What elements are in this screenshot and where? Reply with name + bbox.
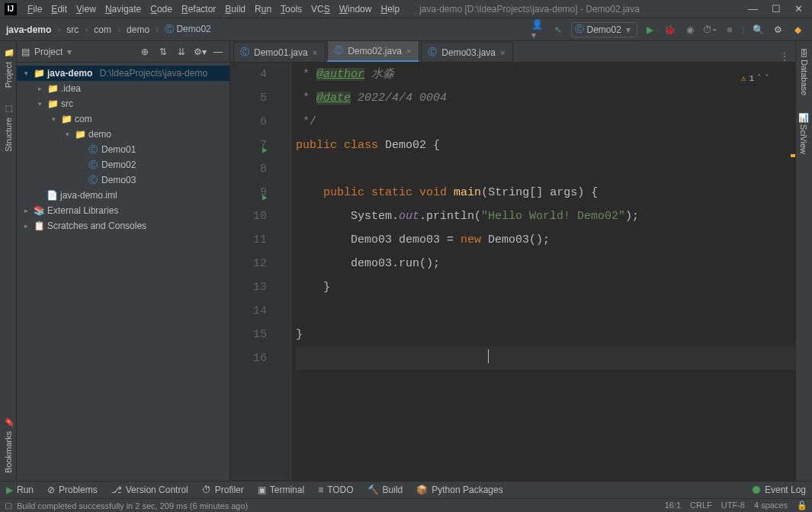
indent[interactable]: 4 spaces: [754, 501, 788, 510]
hide-tools-icon[interactable]: ▢: [5, 501, 12, 510]
class-icon: Ⓒ: [165, 24, 174, 34]
class-icon: Ⓒ: [575, 23, 584, 36]
user-icon[interactable]: 👤▾: [531, 23, 545, 37]
app-icon: IJ: [5, 3, 17, 15]
tool-project[interactable]: Project 📁: [2, 46, 14, 91]
close-tab-icon[interactable]: ×: [313, 48, 317, 57]
status-bar: ▢ Build completed successfully in 2 sec,…: [0, 498, 812, 512]
editor-tab-active[interactable]: Ⓒ Demo02.java×: [327, 40, 419, 62]
line-gutter: 4 5 6 7 8 9 10 11 12 13 14 15 16 ▶ ▶: [230, 63, 278, 481]
breadcrumb-item[interactable]: java-demo: [3, 23, 54, 37]
project-panel: ▤ Project ▾ ⊕ ⇅ ⇊ ⚙▾ — ▾📁 java-demo D:\I…: [17, 41, 230, 481]
tool-python[interactable]: 📦Python Packages: [416, 485, 502, 495]
close-tab-icon[interactable]: ×: [406, 47, 411, 56]
editor: Ⓒ Demo01.java× Ⓒ Demo02.java× Ⓒ Demo03.j…: [230, 41, 795, 481]
gear-icon[interactable]: ⚙▾: [193, 45, 207, 59]
run-gutter-icon[interactable]: ▶: [262, 186, 268, 210]
menu-edit[interactable]: Edit: [47, 2, 72, 16]
caret-position[interactable]: 16:1: [665, 501, 681, 510]
menu-vcs[interactable]: VCS: [307, 2, 335, 16]
class-icon: Ⓒ: [334, 44, 343, 57]
close-icon[interactable]: ✕: [794, 3, 803, 14]
tree-file[interactable]: ⒸDemo01: [17, 142, 229, 157]
back-arrow-icon[interactable]: ↖: [551, 23, 565, 37]
search-icon[interactable]: 🔍: [751, 23, 765, 37]
tree-com[interactable]: ▾📁com: [17, 111, 229, 127]
tree-scratches[interactable]: ▸📋Scratches and Consoles: [17, 218, 229, 233]
tree-ext-libs[interactable]: ▸📚External Libraries: [17, 203, 229, 218]
tree-file[interactable]: ⒸDemo03: [17, 172, 229, 188]
target-icon[interactable]: ⊕: [138, 45, 152, 59]
tree-idea[interactable]: ▸📁.idea: [17, 81, 229, 96]
chevron-down-icon[interactable]: ˅: [765, 67, 769, 91]
run-config-selector[interactable]: Ⓒ Demo02 ▾: [571, 22, 637, 37]
tool-sciview[interactable]: 📊 SciView: [798, 109, 810, 157]
breadcrumb-item[interactable]: Ⓒ Demo02: [162, 21, 214, 37]
profiler-icon[interactable]: ⏱▾: [703, 23, 717, 37]
maximize-icon[interactable]: ☐: [772, 3, 781, 14]
coverage-icon[interactable]: ◉: [683, 23, 697, 37]
readonly-icon[interactable]: 🔓: [797, 501, 807, 510]
tool-todo[interactable]: ≡TODO: [318, 485, 353, 495]
tree-demo-pkg[interactable]: ▾📁demo: [17, 127, 229, 142]
stop-icon[interactable]: ■: [723, 23, 737, 37]
inspection-badge[interactable]: ⚠ 1 ˄ ˅: [741, 67, 769, 91]
breadcrumb-item[interactable]: demo: [124, 23, 152, 37]
code-area[interactable]: 4 5 6 7 8 9 10 11 12 13 14 15 16 ▶ ▶ ⚠: [230, 63, 795, 481]
editor-tab[interactable]: Ⓒ Demo01.java×: [233, 42, 326, 62]
tree-file[interactable]: ⒸDemo02: [17, 157, 229, 172]
event-log[interactable]: Event Log: [765, 485, 806, 495]
run-icon[interactable]: ▶: [644, 23, 657, 37]
tool-run[interactable]: ▶Run: [6, 485, 34, 495]
collapse-icon[interactable]: ⇊: [175, 45, 188, 59]
editor-tab[interactable]: Ⓒ Demo03.java×: [421, 42, 513, 62]
text-cursor: [488, 349, 489, 363]
menu-help[interactable]: Help: [376, 2, 404, 16]
menu-code[interactable]: Code: [146, 2, 177, 16]
event-indicator-icon: [753, 486, 760, 494]
run-config-label: Demo02: [587, 24, 621, 35]
menu-tools[interactable]: Tools: [276, 2, 307, 16]
minimize-icon[interactable]: —: [748, 3, 758, 14]
encoding[interactable]: UTF-8: [721, 501, 745, 510]
tree-root[interactable]: ▾📁 java-demo D:\IdeaProjects\java-demo: [17, 66, 229, 81]
tree-iml[interactable]: 📄java-demo.iml: [17, 188, 229, 203]
tool-profiler[interactable]: ⏱Profiler: [202, 485, 244, 495]
menu-refactor[interactable]: Refactor: [177, 2, 220, 16]
breadcrumb-item[interactable]: com: [91, 23, 114, 37]
menu-file[interactable]: File: [23, 2, 47, 16]
navbar: java-demo› src› com› demo› Ⓒ Demo02 👤▾ ↖…: [0, 18, 812, 41]
settings-icon[interactable]: ⚙: [771, 23, 785, 37]
tool-vcs[interactable]: ⎇Version Control: [111, 485, 188, 495]
menu-window[interactable]: Window: [335, 2, 377, 16]
breadcrumb: java-demo› src› com› demo› Ⓒ Demo02: [3, 21, 214, 37]
bottom-toolbar: ▶Run ⊘Problems ⎇Version Control ⏱Profile…: [0, 481, 812, 498]
tool-structure[interactable]: Structure ⬚: [2, 101, 14, 155]
close-tab-icon[interactable]: ×: [500, 48, 505, 57]
chevron-up-icon[interactable]: ˄: [757, 67, 762, 91]
menu-view[interactable]: View: [72, 2, 101, 16]
editor-tabs: Ⓒ Demo01.java× Ⓒ Demo02.java× Ⓒ Demo03.j…: [230, 41, 795, 63]
expand-icon[interactable]: ⇅: [156, 45, 170, 59]
tool-database[interactable]: 🗄 Database: [798, 46, 810, 98]
breadcrumb-item[interactable]: src: [63, 23, 82, 37]
chevron-down-icon[interactable]: ▾: [67, 47, 72, 57]
code-content[interactable]: ⚠ 1 ˄ ˅ * @author 水淼 * @date 2022/4/4 00…: [291, 63, 795, 481]
hide-icon[interactable]: —: [211, 45, 225, 59]
tool-bookmarks[interactable]: Bookmarks 🔖: [2, 415, 14, 476]
run-gutter-icon[interactable]: ▶: [262, 139, 268, 163]
menu-run[interactable]: Run: [250, 2, 276, 16]
menu-navigate[interactable]: Navigate: [101, 2, 146, 16]
menu-build[interactable]: Build: [220, 2, 250, 16]
class-icon: Ⓒ: [240, 46, 249, 59]
tree-src[interactable]: ▾📁src: [17, 96, 229, 111]
status-message: Build completed successfully in 2 sec, 2…: [17, 501, 248, 510]
tool-terminal[interactable]: ▣Terminal: [258, 485, 304, 495]
plugin-icon[interactable]: ◆: [791, 23, 804, 37]
tabs-menu-icon[interactable]: ⋮: [780, 51, 795, 62]
debug-icon[interactable]: 🐞: [663, 23, 677, 37]
line-separator[interactable]: CRLF: [690, 501, 712, 510]
marker[interactable]: [791, 154, 795, 157]
tool-build[interactable]: 🔨Build: [367, 485, 403, 495]
tool-problems[interactable]: ⊘Problems: [47, 485, 98, 495]
